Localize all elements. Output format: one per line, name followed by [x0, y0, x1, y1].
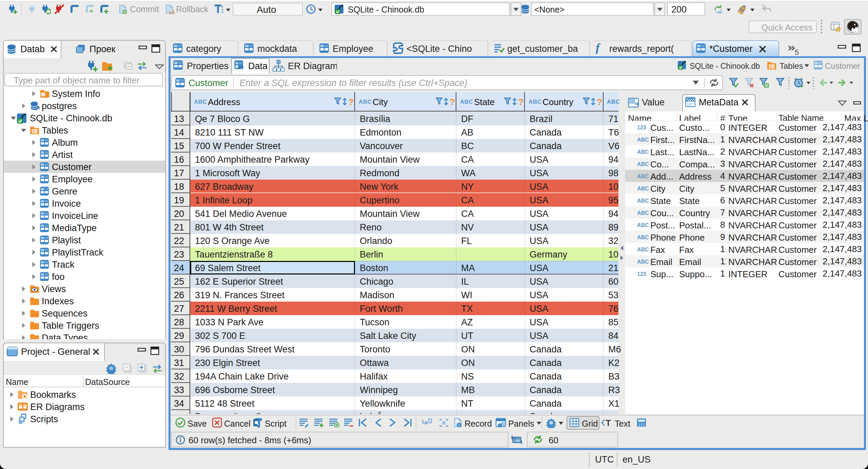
- svg-text:5: 5: [795, 48, 799, 57]
- svg-text:T: T: [606, 418, 611, 427]
- svg-text:i: i: [458, 423, 459, 428]
- svg-text:i: i: [43, 93, 44, 97]
